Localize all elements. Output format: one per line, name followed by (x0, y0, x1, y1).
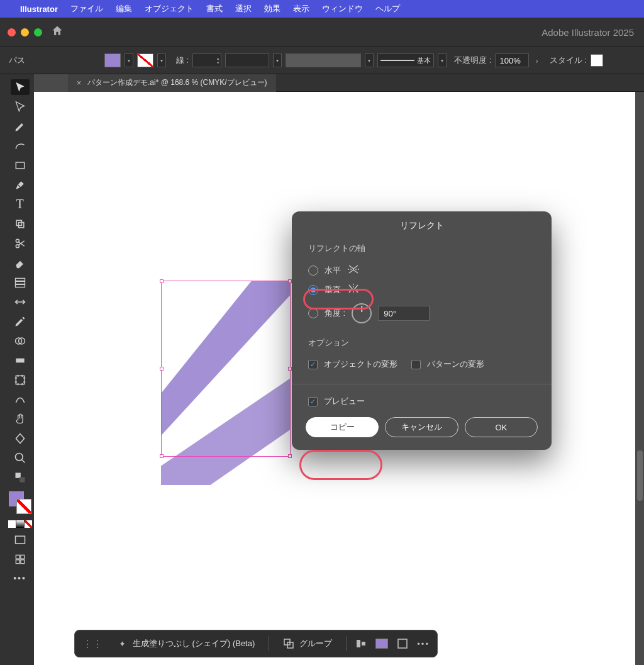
copy-button[interactable]: コピー (306, 417, 379, 437)
vertical-label: 垂直 (325, 284, 341, 296)
rotate-tool[interactable] (11, 216, 30, 232)
diamond-tool[interactable] (11, 430, 30, 446)
radio-horizontal[interactable] (308, 265, 318, 276)
contextual-taskbar[interactable]: ⋮⋮ ✦ 生成塗りつぶし (シェイプ) (Beta) グループ ••• (74, 630, 438, 657)
direct-selection-tool[interactable] (11, 99, 30, 115)
selection-tool[interactable] (11, 79, 30, 95)
eraser-tool[interactable] (11, 255, 30, 271)
fill-stroke-indicator[interactable] (9, 491, 31, 514)
toggle-normal-icon[interactable] (11, 469, 30, 485)
angle-input[interactable]: 90° (378, 306, 430, 321)
width-tool[interactable] (11, 294, 30, 310)
angle-knob[interactable] (352, 303, 372, 323)
axis-vertical-row[interactable]: 垂直 (308, 280, 535, 299)
stroke-style-dropdown[interactable] (225, 53, 269, 67)
svg-rect-18 (16, 559, 19, 563)
svg-rect-5 (15, 278, 25, 281)
checkbox-preview[interactable] (308, 397, 318, 406)
eyedropper-tool[interactable] (11, 313, 30, 329)
vw-chevron[interactable]: ▾ (365, 53, 374, 67)
shape-builder-tool[interactable] (11, 333, 30, 349)
menu-window[interactable]: ウィンドウ (322, 3, 363, 14)
color-mode-row[interactable] (8, 520, 32, 528)
home-icon[interactable] (51, 25, 64, 40)
menu-type[interactable]: 書式 (206, 3, 223, 14)
style-label: スタイル : (550, 55, 587, 66)
curvature-tool[interactable] (11, 138, 30, 154)
stroke-swatch[interactable] (137, 53, 153, 67)
svg-rect-17 (20, 555, 24, 559)
angle-label: 角度 : (325, 308, 345, 319)
transform-objects-label: オブジェクトの変形 (324, 359, 397, 370)
close-button[interactable] (8, 28, 16, 36)
paintbrush-tool[interactable] (11, 177, 30, 193)
document-tab[interactable]: × パターン作成デモ.ai* @ 168.6 % (CMYK/プレビュー) (68, 74, 276, 92)
generative-fill-button[interactable]: ✦ 生成塗りつぶし (シェイプ) (Beta) (111, 635, 260, 652)
svg-rect-11 (16, 376, 24, 384)
align-icon[interactable] (355, 638, 367, 649)
dialog-title: リフレクト (292, 211, 552, 238)
minimize-button[interactable] (21, 28, 29, 36)
graphic-style-swatch[interactable] (591, 54, 603, 67)
cancel-button[interactable]: キャンセル (385, 417, 458, 437)
gradient-tool[interactable] (11, 352, 30, 368)
handle[interactable] (160, 279, 164, 283)
menu-select[interactable]: 選択 (235, 3, 252, 14)
ok-button[interactable]: OK (465, 417, 538, 437)
app-name[interactable]: Illustrator (20, 4, 58, 14)
artboard-tool[interactable] (11, 372, 30, 388)
stroke-dropdown[interactable]: ▾ (157, 53, 166, 67)
opacity-chevron[interactable]: › (533, 56, 540, 65)
svg-rect-6 (15, 281, 25, 284)
stroke-style-chevron[interactable]: ▾ (273, 53, 282, 67)
stroke-weight-input[interactable]: ▴▾ (192, 53, 221, 67)
screen-mode-icon[interactable] (11, 532, 30, 547)
fill-swatch-ctx[interactable] (375, 639, 388, 649)
menu-help[interactable]: ヘルプ (375, 3, 400, 14)
axis-angle-row[interactable]: 角度 : 90° (308, 299, 535, 327)
scrollbar-thumb[interactable] (637, 450, 643, 501)
radio-angle[interactable] (308, 308, 318, 318)
separator (269, 636, 269, 651)
selection-kind: パス (9, 55, 25, 66)
scissors-tool[interactable] (11, 235, 30, 251)
layers-tools-icon[interactable] (11, 274, 30, 290)
drag-handle-icon[interactable]: ⋮⋮ (82, 638, 103, 650)
type-tool[interactable]: T (11, 196, 30, 212)
handle[interactable] (288, 454, 292, 458)
menu-edit[interactable]: 編集 (116, 3, 132, 14)
handle[interactable] (160, 454, 164, 458)
app-title: Adobe Illustrator 2025 (541, 27, 634, 38)
blend-tool[interactable] (11, 391, 30, 407)
reflect-dialog: リフレクト リフレクトの軸 水平 垂直 角度 : 90° オプション オブ (292, 211, 552, 450)
more-icon[interactable]: ••• (417, 639, 430, 649)
fill-dropdown[interactable]: ▾ (125, 53, 133, 67)
radio-vertical[interactable] (308, 285, 318, 295)
menu-object[interactable]: オブジェクト (145, 3, 194, 14)
fill-swatch[interactable] (104, 53, 121, 67)
maximize-button[interactable] (34, 28, 42, 36)
menu-view[interactable]: 表示 (293, 3, 309, 14)
svg-rect-14 (19, 477, 25, 482)
horizontal-label: 水平 (325, 265, 341, 276)
tools-panel: T ••• (6, 74, 34, 665)
zoom-tool[interactable] (11, 450, 30, 466)
menu-file[interactable]: ファイル (70, 3, 103, 14)
brush-profile[interactable]: 基本 (377, 53, 434, 67)
checkbox-transform-objects[interactable] (308, 360, 318, 369)
hand-tool[interactable] (11, 411, 30, 427)
variable-width-dropdown[interactable] (286, 53, 361, 67)
pen-tool[interactable] (11, 118, 30, 134)
checkbox-transform-patterns[interactable] (411, 360, 421, 369)
stroke-ctx-icon[interactable] (397, 638, 408, 649)
rectangle-tool[interactable] (11, 157, 30, 173)
group-button[interactable]: グループ (278, 635, 337, 652)
more-tools-icon[interactable]: ••• (13, 573, 26, 583)
opacity-input[interactable]: 100% (495, 53, 529, 67)
handle[interactable] (160, 367, 164, 371)
menu-effect[interactable]: 効果 (264, 3, 280, 14)
edit-toolbar-icon[interactable] (11, 551, 30, 567)
tab-close-icon[interactable]: × (77, 79, 81, 87)
profile-chevron[interactable]: ▾ (438, 53, 447, 67)
axis-horizontal-row[interactable]: 水平 (308, 260, 535, 280)
